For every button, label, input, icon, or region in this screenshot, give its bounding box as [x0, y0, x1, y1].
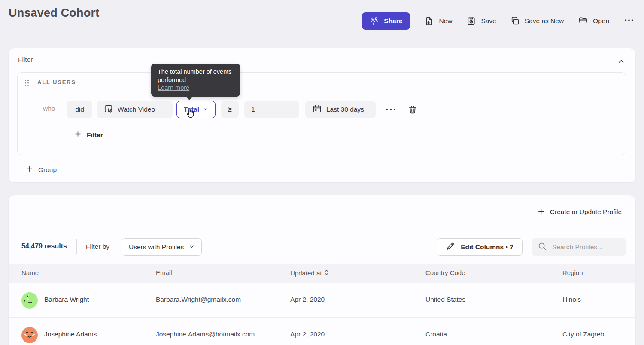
filter-panel: Filter ALL USERS who did — [9, 48, 635, 182]
create-or-update-profile-label: Create or Update Profile — [550, 208, 622, 216]
sort-icon[interactable] — [324, 269, 329, 277]
edit-columns-label: Edit Columns • 7 — [461, 243, 513, 251]
results-panel: Create or Update Profile 54,479 results … — [9, 195, 635, 345]
event-selector[interactable]: Watch Video — [97, 101, 173, 118]
search-icon — [538, 242, 547, 253]
table-row[interactable]: Barbara Wright Barbara.Wright@gmailx.com… — [9, 283, 635, 318]
cell-email: Barbara.Wright@gmailx.com — [156, 296, 241, 303]
save-as-new-button[interactable]: Save as New — [510, 16, 564, 26]
cell-country: United States — [425, 296, 465, 303]
profiles-type-dropdown[interactable]: Users with Profiles — [122, 238, 202, 256]
share-button-label: Share — [384, 17, 402, 25]
filter-group-card: ALL USERS who did Watch Video — [17, 72, 626, 155]
date-range-label: Last 30 days — [326, 106, 364, 113]
copy-icon — [510, 16, 520, 26]
filter-panel-title: Filter — [18, 56, 33, 64]
column-header-updated-at[interactable]: Updated at — [290, 269, 329, 277]
tooltip-arrow — [185, 96, 193, 100]
chevron-down-icon — [203, 106, 208, 113]
create-or-update-profile-button[interactable]: Create or Update Profile — [538, 203, 622, 221]
cell-name: Josephine Adams — [44, 330, 97, 338]
avatar — [21, 327, 38, 343]
column-header-email[interactable]: Email — [156, 269, 172, 276]
add-filter-label: Filter — [87, 131, 103, 139]
search-profiles-box[interactable] — [532, 238, 626, 256]
page-title: Unsaved Cohort — [9, 6, 99, 20]
share-users-icon — [370, 16, 380, 26]
search-profiles-input[interactable] — [552, 243, 617, 251]
filter-clause-row: who did Watch Video Total — [18, 101, 626, 118]
plus-icon — [26, 165, 33, 174]
avatar — [21, 292, 38, 309]
table-header-row: Name Email Updated at Country Code Regio… — [9, 264, 635, 283]
column-header-name[interactable]: Name — [21, 269, 39, 276]
drag-handle-icon[interactable] — [24, 79, 29, 88]
who-label: who — [43, 105, 55, 112]
cohort-builder-app: Unsaved Cohort Share New — [0, 0, 644, 345]
cell-updated: Apr 2, 2020 — [290, 330, 325, 338]
operator-selector[interactable]: ≥ — [221, 101, 239, 118]
folder-open-icon — [578, 16, 588, 26]
learn-more-link[interactable]: Learn more — [158, 84, 189, 91]
filter-by-label: Filter by — [86, 243, 109, 251]
save-as-new-button-label: Save as New — [525, 17, 564, 25]
table-row[interactable]: Josephine Adams Josephine.Adams@hotmailx… — [9, 318, 635, 345]
overflow-menu-icon[interactable] — [623, 15, 635, 27]
group-label: ALL USERS — [37, 79, 76, 85]
did-label: did — [75, 106, 84, 113]
add-group-button[interactable]: Group — [26, 165, 57, 174]
cell-email: Josephine.Adams@hotmailx.com — [156, 330, 255, 338]
chevron-down-icon — [189, 243, 194, 251]
divider — [9, 229, 635, 229]
aggregate-label: Total — [184, 106, 199, 113]
value-input[interactable]: 1 — [244, 101, 299, 118]
profiles-dropdown-label: Users with Profiles — [129, 243, 184, 251]
add-group-label: Group — [38, 166, 57, 174]
column-header-country-code[interactable]: Country Code — [425, 269, 465, 276]
results-count: 54,479 results — [21, 242, 67, 250]
cell-region: Illinois — [562, 296, 581, 303]
column-header-region[interactable]: Region — [562, 269, 583, 276]
plus-icon — [538, 208, 545, 217]
cell-country: Croatia — [425, 330, 447, 338]
save-icon — [466, 16, 476, 26]
event-label: Watch Video — [118, 106, 155, 113]
aggregate-selector[interactable]: Total — [176, 101, 216, 118]
date-range-selector[interactable]: Last 30 days — [305, 101, 376, 118]
plus-icon — [74, 130, 82, 139]
save-button-label: Save — [481, 17, 496, 25]
new-document-icon — [424, 16, 434, 26]
save-button[interactable]: Save — [466, 16, 496, 26]
pencil-icon — [446, 242, 455, 252]
value-text: 1 — [251, 106, 255, 113]
total-tooltip: The total number of events performed Lea… — [151, 64, 240, 97]
cell-updated: Apr 2, 2020 — [290, 296, 325, 303]
operator-label: ≥ — [228, 106, 232, 113]
collapse-chevron-up-icon[interactable] — [617, 58, 625, 67]
divider — [76, 239, 77, 254]
results-toolbar: 54,479 results Filter by Users with Prof… — [9, 234, 635, 260]
tooltip-text: The total number of events performed — [158, 68, 232, 83]
share-button[interactable]: Share — [362, 12, 410, 30]
open-button[interactable]: Open — [578, 16, 609, 26]
click-event-icon — [103, 104, 113, 115]
new-button-label: New — [439, 17, 452, 25]
cell-region: City of Zagreb — [562, 330, 604, 338]
open-button-label: Open — [593, 17, 609, 25]
cell-name: Barbara Wright — [44, 296, 89, 303]
clause-delete-trash-icon[interactable] — [407, 104, 418, 116]
did-selector[interactable]: did — [67, 101, 92, 118]
top-toolbar: Share New Save — [362, 12, 635, 30]
edit-columns-button[interactable]: Edit Columns • 7 — [437, 238, 523, 256]
clause-more-options-icon[interactable] — [385, 106, 397, 115]
calendar-icon — [312, 104, 322, 115]
add-filter-button[interactable]: Filter — [74, 130, 103, 139]
new-button[interactable]: New — [424, 16, 452, 26]
